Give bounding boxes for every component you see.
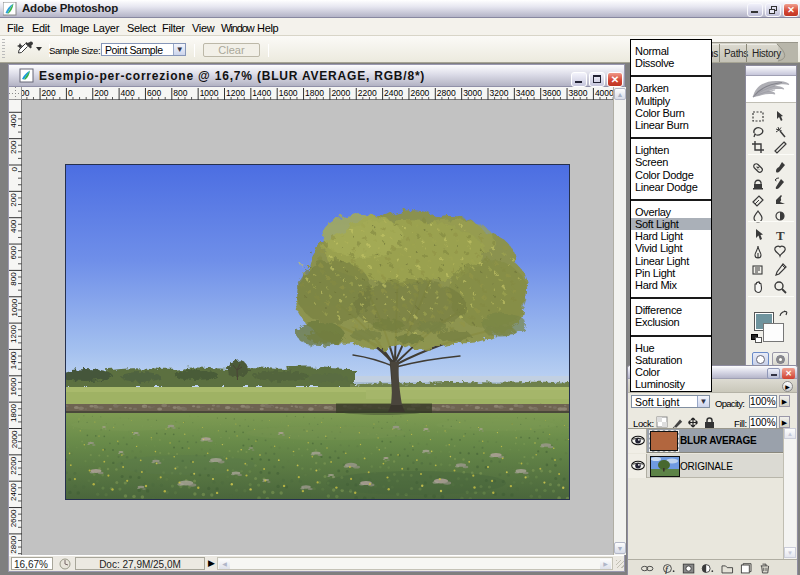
svg-text:200: 200 (10, 140, 19, 154)
svg-text:1800: 1800 (305, 88, 324, 98)
svg-text:3000: 3000 (463, 88, 482, 98)
svg-text:1600: 1600 (279, 88, 298, 98)
svg-text:0: 0 (10, 166, 19, 171)
svg-text:2800: 2800 (10, 535, 19, 553)
svg-text:3200: 3200 (490, 88, 509, 98)
svg-text:2600: 2600 (410, 88, 429, 98)
svg-text:200: 200 (10, 193, 19, 207)
svg-text:600: 600 (10, 246, 19, 260)
svg-text:1200: 1200 (226, 88, 245, 98)
svg-text:600: 600 (147, 88, 161, 98)
svg-text:2600: 2600 (10, 509, 19, 527)
svg-text:200: 200 (42, 88, 56, 98)
svg-text:800: 800 (10, 272, 19, 286)
svg-text:3400: 3400 (516, 88, 535, 98)
svg-text:0: 0 (68, 88, 73, 98)
svg-text:1400: 1400 (10, 351, 19, 369)
svg-text:400: 400 (10, 219, 19, 233)
svg-text:2400: 2400 (10, 483, 19, 501)
svg-text:1000: 1000 (200, 88, 219, 98)
svg-text:400: 400 (10, 114, 19, 128)
svg-text:1000: 1000 (10, 298, 19, 316)
svg-text:2200: 2200 (358, 88, 377, 98)
svg-text:2000: 2000 (331, 88, 350, 98)
svg-text:3800: 3800 (569, 88, 588, 98)
svg-text:1800: 1800 (10, 404, 19, 422)
svg-text:3600: 3600 (542, 88, 561, 98)
svg-text:1200: 1200 (10, 325, 19, 343)
svg-text:2000: 2000 (10, 430, 19, 448)
svg-text:4000: 4000 (595, 88, 614, 98)
svg-text:2400: 2400 (384, 88, 403, 98)
svg-text:T: T (776, 228, 785, 242)
svg-text:800: 800 (173, 88, 187, 98)
svg-text:200: 200 (94, 88, 108, 98)
svg-text:2200: 2200 (10, 456, 19, 474)
svg-text:1400: 1400 (252, 88, 271, 98)
svg-text:1600: 1600 (10, 377, 19, 395)
svg-text:400: 400 (121, 88, 135, 98)
svg-text:2800: 2800 (437, 88, 456, 98)
